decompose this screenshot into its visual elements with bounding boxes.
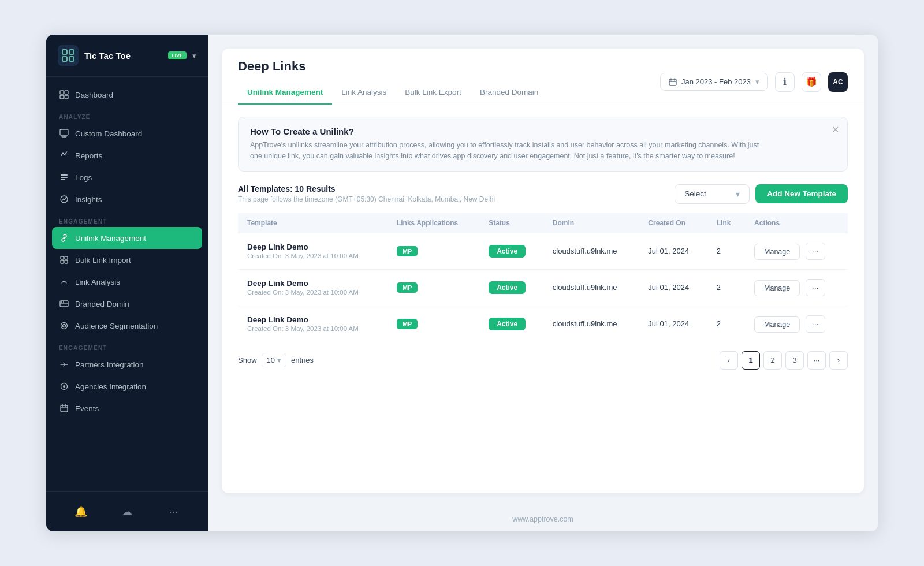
col-created-on: Created On bbox=[639, 213, 707, 233]
tab-bulk-link-export[interactable]: Bulk Link Export bbox=[396, 81, 471, 105]
manage-button[interactable]: Manage bbox=[754, 316, 800, 333]
page-2-button[interactable]: 2 bbox=[763, 351, 782, 370]
cell-status: Active bbox=[479, 233, 543, 269]
table-row: Deep Link Demo Created On: 3 May, 2023 a… bbox=[238, 269, 848, 306]
dashboard-icon bbox=[59, 90, 69, 100]
sidebar-item-dashboard[interactable]: Dashboard bbox=[46, 84, 208, 106]
svg-point-25 bbox=[63, 325, 66, 327]
info-banner: How To Create a Unilink? AppTrove's unil… bbox=[238, 117, 848, 172]
prev-page-button[interactable]: ‹ bbox=[720, 351, 738, 370]
chevron-down-icon: ▾ bbox=[755, 77, 759, 86]
cell-app: MP bbox=[388, 233, 479, 269]
sidebar-item-link-analysis[interactable]: Link Analysis bbox=[46, 271, 208, 293]
sidebar-item-label: Unilink Management bbox=[75, 234, 146, 243]
app-footer: www.apptrove.com bbox=[208, 507, 878, 531]
sidebar-item-label: Logs bbox=[75, 173, 92, 182]
svg-point-10 bbox=[61, 155, 62, 156]
entries-select: Show 10 ▾ entries bbox=[238, 353, 314, 367]
sidebar-item-events[interactable]: Events bbox=[46, 397, 208, 419]
more-actions-button[interactable]: ··· bbox=[806, 243, 825, 260]
sidebar-item-audience-segmentation[interactable]: Audience Segmentation bbox=[46, 315, 208, 337]
col-links-applications: Links Applications bbox=[388, 213, 479, 233]
svg-rect-4 bbox=[60, 91, 64, 94]
cell-app: MP bbox=[388, 269, 479, 306]
table-meta-sub: This page follows the timezone (GMT+05:3… bbox=[238, 195, 495, 203]
sidebar-item-unilink-management[interactable]: Unilink Management bbox=[52, 227, 202, 249]
gift-button[interactable]: 🎁 bbox=[802, 72, 821, 92]
info-button[interactable]: ℹ bbox=[775, 72, 795, 92]
bulk-link-icon bbox=[59, 255, 69, 265]
sidebar-item-agencies-integration[interactable]: Agencies Integration bbox=[46, 375, 208, 397]
header-actions: Jan 2023 - Feb 2023 ▾ ℹ 🎁 AC bbox=[660, 72, 848, 92]
footer-url: www.apptrove.com bbox=[512, 515, 573, 523]
insights-icon bbox=[59, 194, 69, 204]
page-ellipsis[interactable]: ··· bbox=[807, 351, 826, 370]
more-actions-button[interactable]: ··· bbox=[806, 279, 825, 296]
page-1-button[interactable]: 1 bbox=[742, 351, 760, 370]
sidebar-item-label: Dashboard bbox=[75, 91, 113, 99]
sidebar-item-logs[interactable]: Logs bbox=[46, 166, 208, 188]
col-template: Template bbox=[238, 213, 388, 233]
svg-rect-5 bbox=[65, 91, 68, 94]
app-logo bbox=[58, 45, 79, 66]
reports-icon bbox=[59, 150, 69, 161]
page-3-button[interactable]: 3 bbox=[785, 351, 804, 370]
cell-domain: cloudstuff.u9lnk.me bbox=[543, 233, 639, 269]
template-name: Deep Link Demo bbox=[247, 243, 378, 251]
chevron-down-icon[interactable]: ▾ bbox=[192, 51, 196, 60]
sidebar-item-custom-dashboard[interactable]: Custom Dashboard bbox=[46, 122, 208, 144]
svg-rect-20 bbox=[60, 301, 68, 307]
next-page-button[interactable]: › bbox=[829, 351, 848, 370]
svg-rect-2 bbox=[62, 57, 67, 61]
tab-branded-domain[interactable]: Branded Domain bbox=[471, 81, 547, 105]
more-options-icon[interactable]: ··· bbox=[163, 501, 184, 522]
live-badge: LIVE bbox=[168, 51, 187, 59]
cell-link: 2 bbox=[707, 233, 745, 269]
avatar[interactable]: AC bbox=[828, 72, 848, 92]
template-name: Deep Link Demo bbox=[247, 279, 378, 288]
cell-template: Deep Link Demo Created On: 3 May, 2023 a… bbox=[238, 306, 388, 342]
sidebar-item-branded-domin[interactable]: Branded Domin bbox=[46, 293, 208, 315]
table-actions: Select ▾ Add New Template bbox=[675, 184, 848, 204]
banner-title: How To Create a Unilink? bbox=[250, 126, 836, 136]
tab-link-analysis[interactable]: Link Analysis bbox=[332, 81, 396, 105]
sidebar-item-label: Reports bbox=[75, 151, 102, 160]
panel-body: How To Create a Unilink? AppTrove's unil… bbox=[222, 105, 864, 493]
svg-rect-16 bbox=[61, 256, 64, 259]
cloud-icon[interactable]: ☁ bbox=[117, 501, 137, 522]
sidebar-item-label: Custom Dashboard bbox=[75, 129, 142, 138]
notifications-icon[interactable]: 🔔 bbox=[70, 501, 91, 522]
sidebar-item-insights[interactable]: Insights bbox=[46, 188, 208, 210]
add-template-button[interactable]: Add New Template bbox=[755, 184, 848, 203]
partners-icon bbox=[59, 359, 69, 370]
cell-link: 2 bbox=[707, 306, 745, 342]
entries-dropdown[interactable]: 10 ▾ bbox=[262, 353, 286, 367]
sidebar-item-partners-integration[interactable]: Partners Integration bbox=[46, 353, 208, 375]
status-badge: Active bbox=[489, 318, 526, 330]
sidebar: Tic Tac Toe LIVE ▾ Dashboard ANALYZE bbox=[46, 35, 208, 531]
svg-point-27 bbox=[63, 385, 65, 388]
svg-point-24 bbox=[61, 323, 68, 329]
pagination-controls: ‹ 1 2 3 ··· › bbox=[720, 351, 848, 370]
cell-created-on: Jul 01, 2024 bbox=[639, 233, 707, 269]
svg-rect-17 bbox=[65, 256, 68, 259]
sidebar-item-bulk-link-import[interactable]: Bulk Link Import bbox=[46, 249, 208, 271]
cell-status: Active bbox=[479, 306, 543, 342]
cell-domain: cloudstuff.u9lnk.me bbox=[543, 269, 639, 306]
select-dropdown[interactable]: Select ▾ bbox=[675, 184, 750, 204]
col-domin: Domin bbox=[543, 213, 639, 233]
close-icon[interactable]: ✕ bbox=[832, 124, 839, 135]
manage-button[interactable]: Manage bbox=[754, 280, 800, 296]
date-picker[interactable]: Jan 2023 - Feb 2023 ▾ bbox=[660, 73, 768, 91]
entries-value: 10 bbox=[267, 356, 275, 364]
more-actions-button[interactable]: ··· bbox=[806, 315, 825, 333]
col-link: Link bbox=[707, 213, 745, 233]
sidebar-nav: Dashboard ANALYZE Custom Dashboard bbox=[46, 77, 208, 491]
custom-dashboard-icon bbox=[59, 128, 69, 139]
manage-button[interactable]: Manage bbox=[754, 244, 800, 260]
tab-unilink-management[interactable]: Unilink Management bbox=[238, 81, 332, 105]
events-icon bbox=[59, 403, 69, 414]
sidebar-item-label: Partners Integration bbox=[75, 360, 144, 369]
svg-rect-9 bbox=[62, 136, 66, 137]
sidebar-item-reports[interactable]: Reports bbox=[46, 144, 208, 166]
